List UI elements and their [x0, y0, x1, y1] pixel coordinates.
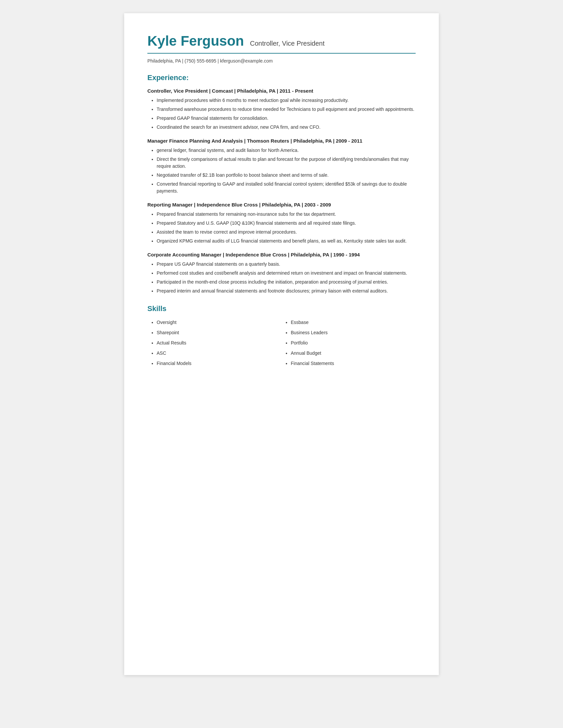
list-item: Prepare US GAAP financial statements on … — [157, 261, 416, 268]
list-item: general ledger, financial systems, and a… — [157, 147, 416, 154]
candidate-name: Kyle Ferguson — [147, 33, 244, 49]
job-4-bullets: Prepare US GAAP financial statements on … — [147, 261, 416, 295]
list-item: Assisted the team to revise correct and … — [157, 229, 416, 236]
list-item: Oversight — [157, 319, 282, 326]
list-item: Coordinated the search for an investment… — [157, 124, 416, 131]
job-1-header: Controller, Vice President | Comcast | P… — [147, 88, 416, 94]
list-item: Actual Results — [157, 340, 282, 346]
list-item: Essbase — [291, 319, 416, 326]
resume-header: Kyle Ferguson Controller, Vice President… — [147, 33, 416, 64]
list-item: Annual Budget — [291, 350, 416, 357]
list-item: Portfolio — [291, 340, 416, 346]
job-1: Controller, Vice President | Comcast | P… — [147, 88, 416, 131]
list-item: Converted financial reporting to GAAP an… — [157, 181, 416, 195]
job-1-bullets: Implemented procedures within 6 months t… — [147, 97, 416, 131]
list-item: Organized KPMG external audits of LLG fi… — [157, 238, 416, 245]
skills-grid: Oversight Sharepoint Actual Results ASC … — [147, 319, 416, 370]
job-2-bullets: general ledger, financial systems, and a… — [147, 147, 416, 195]
list-item: Financial Models — [157, 360, 282, 367]
job-4-header: Corporate Accounting Manager | Independe… — [147, 252, 416, 257]
skills-col-2: Essbase Business Leaders Portfolio Annua… — [282, 319, 416, 370]
job-3-bullets: Prepared financial statements for remain… — [147, 211, 416, 245]
job-2-header: Manager Finance Planning And Analysis | … — [147, 138, 416, 144]
skills-section-title: Skills — [147, 304, 416, 313]
list-item: Performed cost studies and cost/benefit … — [157, 270, 416, 277]
list-item: ASC — [157, 350, 282, 357]
list-item: Implemented procedures within 6 months t… — [157, 97, 416, 104]
contact-info: Philadelphia, PA | (750) 555-6695 | kfer… — [147, 58, 416, 64]
resume-page: Kyle Ferguson Controller, Vice President… — [124, 13, 439, 675]
job-4: Corporate Accounting Manager | Independe… — [147, 252, 416, 295]
candidate-title: Controller, Vice President — [250, 40, 325, 47]
experience-section-title: Experience: — [147, 73, 416, 82]
job-2: Manager Finance Planning And Analysis | … — [147, 138, 416, 195]
list-item: Prepared financial statements for remain… — [157, 211, 416, 218]
list-item: Financial Statements — [291, 360, 416, 367]
skills-col-1: Oversight Sharepoint Actual Results ASC … — [147, 319, 282, 370]
name-row: Kyle Ferguson Controller, Vice President — [147, 33, 416, 49]
list-item: Prepared GAAP financial statements for c… — [157, 115, 416, 122]
list-item: Prepared interim and annual financial st… — [157, 288, 416, 295]
list-item: Prepared Statutory and U.S. GAAP (10Q &1… — [157, 220, 416, 227]
list-item: Transformed warehouse procedures to redu… — [157, 106, 416, 113]
experience-section: Experience: Controller, Vice President |… — [147, 73, 416, 295]
list-item: Business Leaders — [291, 329, 416, 336]
job-3: Reporting Manager | Independence Blue Cr… — [147, 202, 416, 245]
skills-section: Skills Oversight Sharepoint Actual Resul… — [147, 304, 416, 370]
job-3-header: Reporting Manager | Independence Blue Cr… — [147, 202, 416, 207]
list-item: Sharepoint — [157, 329, 282, 336]
list-item: Participated in the month-end close proc… — [157, 279, 416, 286]
list-item: Negotiated transfer of $2.1B loan portfo… — [157, 172, 416, 179]
list-item: Direct the timely comparisons of actual … — [157, 156, 416, 170]
header-divider — [147, 53, 416, 54]
